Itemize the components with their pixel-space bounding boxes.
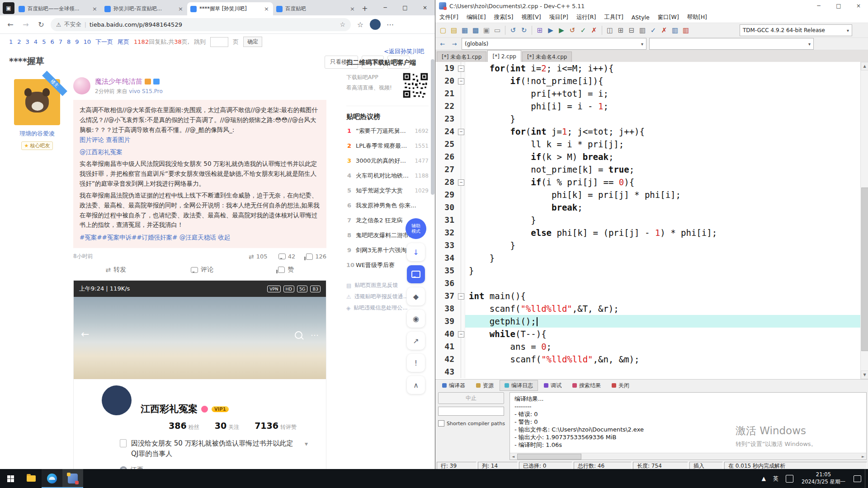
hashtags-link[interactable]: #冤案##冤案申诉##订婚强奸案# @汪庭天稳话 <box>80 234 216 241</box>
menu-item[interactable]: 项目[P] <box>545 14 572 21</box>
save-icon[interactable]: ▦ <box>460 25 470 35</box>
code-line[interactable]: 21 pri[++tot] = i; <box>435 87 868 100</box>
page-scrollbar[interactable] <box>431 34 434 469</box>
abort-compile-icon[interactable]: ✗ <box>659 25 669 35</box>
tab-close-icon[interactable]: × <box>263 5 270 12</box>
notification-center-button[interactable] <box>850 469 865 488</box>
stop-icon[interactable]: ✗ <box>589 25 599 35</box>
start-button[interactable] <box>0 469 21 488</box>
code-line[interactable]: 35} <box>435 264 868 277</box>
goto-back-icon[interactable]: ← <box>438 41 447 47</box>
syntax-check-icon[interactable]: ✓ <box>648 25 658 35</box>
undo-icon[interactable]: ↺ <box>508 25 518 35</box>
hot-topic-item[interactable]: 4火车司机对比地铁司...1188 <box>346 168 429 183</box>
code-line[interactable]: 24− for(int j=1; j<=tot; j++){ <box>435 125 868 138</box>
hot-topic-item[interactable]: 6我发原神男角色 你来... <box>346 198 429 213</box>
scrollbar-thumb[interactable] <box>431 59 434 195</box>
editor-tab[interactable]: [*] 未命名1.cpp <box>437 52 486 62</box>
goto-forward-icon[interactable]: → <box>450 41 459 47</box>
edge-browser-button[interactable] <box>42 469 62 488</box>
maximize-button[interactable]: □ <box>395 0 415 15</box>
menu-item[interactable]: 工具[T] <box>600 14 627 21</box>
save-all-icon[interactable]: ▩ <box>471 25 481 35</box>
page-number-link[interactable]: 10 <box>84 38 91 45</box>
hot-topic-item[interactable]: 2LPL春季常规赛最佳阵...1551 <box>346 138 429 153</box>
quoted-author-link[interactable]: @江西彩礼冤案 <box>80 147 320 157</box>
browser-tab[interactable]: ****握草 [孙笑川吧]× <box>187 2 273 15</box>
hot-topic-item[interactable]: 33000元的真的好用...1477 <box>346 153 429 168</box>
ide-maximize-button[interactable]: □ <box>829 0 849 12</box>
repost-chain-tail[interactable]: 图片评论 查看图片 <box>80 135 320 145</box>
window-layout-icon[interactable]: ◫ <box>605 25 615 35</box>
compiler-select[interactable]: TDM-GCC 4.9.2 64-bit Release ▾ <box>740 24 852 36</box>
post-counter-comment[interactable]: 42 <box>278 253 296 260</box>
page-number-link[interactable]: 9 <box>75 38 79 45</box>
editor-scrollbar-thumb[interactable] <box>861 188 868 351</box>
code-line[interactable]: 29 phi[k] = pri[j] * phi[i]; <box>435 188 868 201</box>
back-to-forum-link[interactable]: <返回孙笑川吧 <box>384 47 424 56</box>
post-action-repost[interactable]: ⇄转发 <box>106 266 127 274</box>
code-line[interactable]: 33 } <box>435 239 868 252</box>
assist-mode-button[interactable]: 辅助模式 <box>406 218 426 239</box>
last-page-link[interactable]: 尾页 <box>118 38 129 46</box>
code-line[interactable]: 37−int main(){ <box>435 290 868 302</box>
back-to-top-button[interactable]: ∧ <box>407 376 425 394</box>
abort-button[interactable]: 中止 <box>438 392 504 404</box>
jump-confirm-button[interactable]: 确定 <box>243 37 262 47</box>
member-select[interactable]: ▾ <box>649 38 814 50</box>
bookmark-star-icon[interactable]: ☆ <box>340 21 345 28</box>
new-tab-button[interactable]: + <box>359 2 371 14</box>
menu-item[interactable]: 窗口[W] <box>654 14 683 21</box>
post-counter-repost[interactable]: ⇄105 <box>249 253 268 260</box>
tab-close-icon[interactable]: × <box>91 5 98 12</box>
refresh-icon[interactable]: ↻ <box>35 20 47 29</box>
log-horizontal-scrollbar[interactable]: ◄ ► <box>510 453 866 460</box>
page-number-link[interactable]: 1 <box>9 38 13 45</box>
menu-item[interactable]: 编辑[E] <box>462 14 490 21</box>
minimize-button[interactable]: ─ <box>375 0 395 15</box>
window-cols-icon[interactable]: ▥ <box>637 25 647 35</box>
close-button[interactable]: × <box>415 0 435 15</box>
code-line[interactable]: 26 if(k > M) break; <box>435 150 868 163</box>
code-line[interactable]: 32 else phi[k] = (pri[j] - 1) * phi[i]; <box>435 226 868 239</box>
ide-close-button[interactable]: × <box>849 0 868 12</box>
scope-select[interactable]: (globals) ▾ <box>462 38 646 50</box>
code-editor[interactable]: 19− for(int i=2; i<=M; i++){20− if(!not_… <box>435 62 868 379</box>
author-name-link[interactable]: 魔法少年纯洁苗 <box>95 77 142 86</box>
post-counter-like[interactable]: 126 <box>306 253 326 260</box>
next-page-link[interactable]: 下一页 <box>95 38 113 46</box>
scroll-down-icon[interactable]: ▼ <box>861 371 868 379</box>
debug-icon[interactable]: ✓ <box>578 25 588 35</box>
ime-mode-icon[interactable] <box>782 469 797 488</box>
share-page-button[interactable]: ↗ <box>407 332 425 350</box>
code-line[interactable]: 38 scanf("%lld%lld",&T, &r); <box>435 302 868 315</box>
panel-tab[interactable]: 编译日志 <box>500 380 538 391</box>
code-line[interactable]: 30 break; <box>435 201 868 214</box>
post-action-comment[interactable]: 评论 <box>191 266 213 274</box>
new-file-icon[interactable]: ▢ <box>438 25 448 35</box>
menu-item[interactable]: 运行[R] <box>572 14 600 21</box>
file-explorer-button[interactable] <box>21 469 42 488</box>
code-line[interactable]: 22 phi[i] = i - 1; <box>435 100 868 113</box>
window-grid-icon[interactable]: ⊞ <box>616 25 626 35</box>
download-app-button[interactable]: ↓ <box>407 243 425 261</box>
page-number-link[interactable]: 6 <box>50 38 54 45</box>
back-icon[interactable]: ← <box>5 20 16 29</box>
menu-item[interactable]: 文件[F] <box>435 14 462 21</box>
editor-vertical-scrollbar[interactable]: ▲ ▼ <box>860 62 868 379</box>
menu-item[interactable]: AStyle <box>627 14 654 21</box>
show-desktop-button[interactable] <box>865 469 868 488</box>
scroll-up-icon[interactable]: ▲ <box>861 62 868 70</box>
rebuild-icon[interactable]: ↺ <box>567 25 577 35</box>
compile-run-icon[interactable]: ▶ <box>557 25 566 35</box>
author-avatar[interactable] <box>73 77 90 94</box>
qq-contact-button[interactable]: ◉ <box>407 310 425 328</box>
fold-toggle-icon[interactable]: − <box>458 293 464 300</box>
hot-topic-item[interactable]: 5知乎荒诞文学大赏1029 <box>346 183 429 198</box>
ide-minimize-button[interactable]: ─ <box>809 0 829 12</box>
favorites-icon[interactable]: ☆ <box>354 20 366 29</box>
profile-chart-icon[interactable]: ▥ <box>670 25 680 35</box>
code-line[interactable]: 39 getphi(); <box>435 315 868 328</box>
page-number-link[interactable]: 4 <box>34 38 38 45</box>
page-number-link[interactable]: 7 <box>59 38 62 45</box>
